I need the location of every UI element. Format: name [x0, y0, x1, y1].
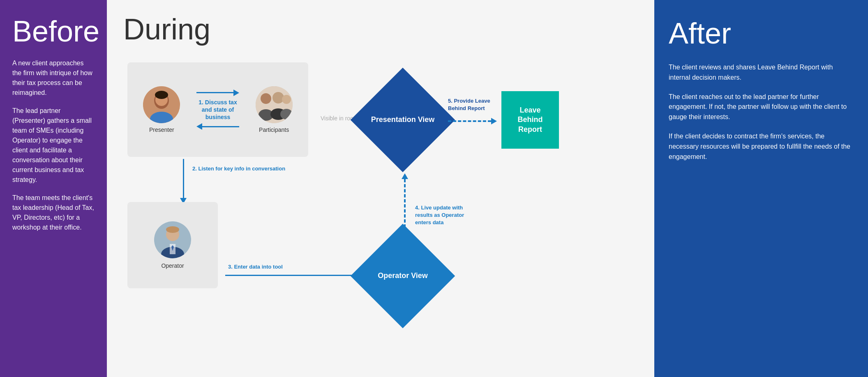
leave-behind-box: Leave Behind Report — [501, 91, 559, 149]
presentation-view-label: Presentation View — [371, 115, 435, 124]
step2-label: 2. Listen for key info in conversation — [192, 165, 285, 172]
presenter-participants-box: Presenter 1. Discuss tax and state of bu… — [127, 62, 308, 157]
presenter-avatar — [143, 86, 180, 123]
operator-box: Operator — [127, 202, 218, 288]
presenter-label: Presenter — [149, 126, 174, 133]
presenter-item: Presenter — [143, 86, 180, 133]
after-para-3: If the client decides to contract the fi… — [669, 131, 854, 162]
participants-avatar — [256, 86, 293, 123]
after-para-2: The client reaches out to the lead partn… — [669, 92, 854, 122]
during-panel: During Presenter — [107, 0, 654, 377]
step3-label: 3. Enter data into tool — [228, 264, 283, 270]
before-para-2: The lead partner (Presenter) gathers a s… — [12, 106, 95, 185]
flow-diagram: Presenter 1. Discuss tax and state of bu… — [123, 54, 638, 362]
before-para-1: A new client approaches the firm with in… — [12, 58, 95, 98]
participants-item: Participants — [256, 86, 293, 133]
during-title: During — [123, 12, 638, 46]
step2-arrow — [180, 159, 187, 204]
step5-arrow — [448, 118, 497, 124]
presentation-view-diamond: Presentation View — [366, 83, 440, 157]
step5-label: 5. Provide Leave Behind Report — [448, 97, 501, 112]
step3-arrow — [225, 272, 367, 278]
before-para-3: The team meets the client's tax leadersh… — [12, 193, 95, 232]
operator-view-label: Operator View — [378, 271, 428, 280]
svg-point-10 — [282, 95, 291, 104]
after-panel: After The client reviews and shares Leav… — [654, 0, 868, 377]
step4-arrow — [402, 173, 408, 243]
before-title: Before — [12, 16, 95, 46]
step1-label: 1. Discuss tax and state of business — [195, 99, 240, 121]
operator-avatar — [154, 221, 191, 258]
operator-label: Operator — [161, 262, 184, 269]
operator-view-diamond: Operator View — [366, 239, 440, 313]
after-title: After — [669, 16, 854, 50]
leave-behind-label: Leave Behind Report — [507, 106, 553, 134]
svg-point-4 — [155, 91, 168, 99]
after-para-1: The client reviews and shares Leave Behi… — [669, 62, 854, 83]
participants-label: Participants — [259, 126, 289, 133]
svg-point-11 — [280, 109, 293, 120]
svg-point-6 — [261, 93, 271, 104]
svg-point-14 — [166, 226, 179, 233]
step4-label: 4. Live update with results as Operator … — [415, 204, 481, 227]
before-panel: Before A new client approaches the firm … — [0, 0, 107, 377]
